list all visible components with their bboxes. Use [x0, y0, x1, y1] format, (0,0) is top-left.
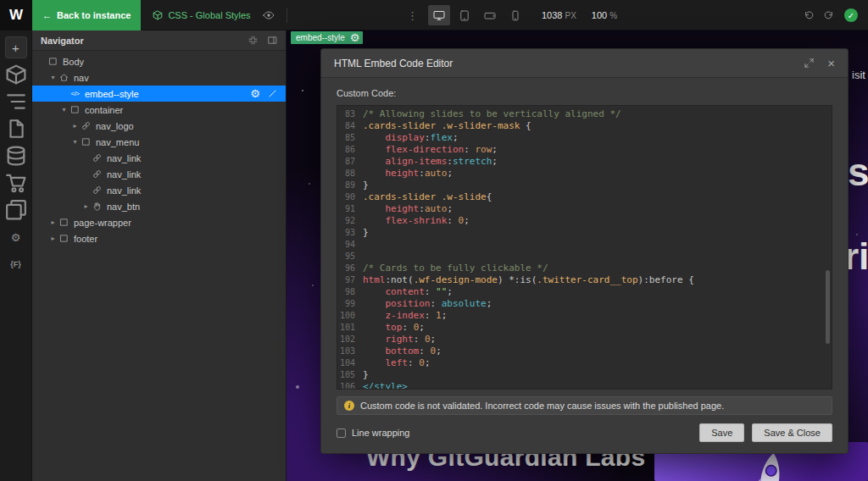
topbar-divider — [287, 8, 287, 23]
embed-icon: </> — [69, 91, 81, 97]
tree-item-actions: ⚙ — [250, 88, 286, 99]
assets-icon[interactable] — [5, 199, 27, 221]
line-number: 96 — [337, 263, 363, 274]
tree-item-nav_link[interactable]: nav_link — [32, 182, 286, 198]
tree-expand-icon[interactable]: ▾ — [59, 106, 69, 113]
tree-item-nav[interactable]: ▾nav — [32, 69, 286, 86]
apps-icon[interactable]: {F} — [5, 253, 27, 275]
canvas-width-indicator[interactable]: 1038PX — [542, 10, 576, 20]
selected-element-tag[interactable]: embed--style ⚙ — [291, 31, 363, 44]
code-content: html:not(.wf-design-mode) *:is(.twitter-… — [363, 274, 832, 286]
code-line: 100 z-index: 1; — [337, 310, 832, 322]
pages-icon[interactable] — [5, 118, 27, 140]
close-icon[interactable]: × — [827, 57, 835, 69]
tree-item-embed--style[interactable]: </>embed--style⚙ — [32, 86, 286, 102]
tree-item-page-wrapper[interactable]: ▸page-wrapper — [32, 214, 286, 230]
validation-warning-text: Custom code is not validated. Incorrect … — [360, 401, 724, 411]
tree-expand-icon[interactable]: ▸ — [81, 202, 91, 210]
cms-icon[interactable] — [5, 145, 27, 167]
tree-item-label: page-wrapper — [74, 218, 131, 228]
modal-title: HTML Embed Code Editor — [334, 58, 791, 69]
custom-code-label: Custom Code: — [337, 88, 832, 98]
save-button[interactable]: Save — [699, 423, 744, 442]
preview-eye-icon[interactable] — [263, 11, 275, 19]
line-wrapping-checkbox[interactable] — [337, 428, 346, 438]
tree-item-Body[interactable]: Body — [32, 53, 286, 69]
code-content: position: absolute; — [363, 298, 832, 310]
publish-check-icon[interactable]: ✓ — [844, 8, 858, 22]
editor-scrollbar[interactable] — [826, 270, 830, 344]
line-number: 84 — [337, 120, 363, 132]
zoom-indicator[interactable]: 100% — [592, 10, 617, 20]
tree-item-nav_link[interactable]: nav_link — [32, 166, 286, 182]
components-icon[interactable] — [5, 64, 27, 86]
code-line: 98 content: ""; — [337, 286, 832, 298]
tree-item-nav_logo[interactable]: ▸nav_logo — [32, 118, 286, 134]
code-line: 89} — [337, 180, 832, 191]
code-content: /* Allowing slides to be vertically alig… — [363, 108, 832, 120]
link-icon — [80, 121, 92, 130]
no-styles-icon[interactable] — [268, 89, 277, 98]
webflow-logo[interactable]: W — [0, 0, 32, 30]
tree-expand-icon[interactable]: ▾ — [48, 74, 58, 81]
code-line: 99 position: absolute; — [337, 298, 832, 310]
ecommerce-icon[interactable] — [5, 172, 27, 194]
tree-item-nav_link[interactable]: nav_link — [32, 150, 286, 166]
tree-expand-icon[interactable]: ▸ — [70, 122, 80, 130]
breakpoint-buttons — [428, 5, 526, 25]
undo-icon[interactable] — [804, 10, 814, 20]
code-content: .cards-slider .w-slider-mask { — [363, 120, 832, 132]
canvas-width-value: 1038 — [542, 10, 562, 20]
collapse-all-icon[interactable] — [248, 36, 258, 45]
code-content: content: ""; — [363, 286, 832, 298]
line-number: 85 — [337, 132, 363, 144]
panel-toggle-icon[interactable] — [268, 36, 277, 45]
modal-header: HTML Embed Code Editor × — [321, 49, 848, 78]
settings-icon[interactable]: ⚙ — [5, 226, 27, 248]
code-line: 106</style> — [337, 381, 832, 390]
code-line: 104 left: 0; — [337, 357, 832, 369]
tree-expand-icon[interactable]: ▾ — [70, 138, 80, 146]
code-editor[interactable]: 83/* Allowing slides to be vertically al… — [337, 105, 832, 390]
line-number: 101 — [337, 322, 363, 334]
box-icon — [47, 57, 59, 66]
global-styles-breadcrumb[interactable]: CSS - Global Styles — [153, 10, 250, 20]
back-to-instance-button[interactable]: ← Back to instance — [32, 0, 141, 30]
tree-expand-icon[interactable]: ▸ — [48, 218, 58, 226]
code-content: z-index: 1; — [363, 310, 832, 322]
line-number: 104 — [337, 357, 363, 369]
breakpoint-monitor-button[interactable] — [428, 5, 450, 25]
line-number: 94 — [337, 239, 363, 251]
info-icon: i — [344, 401, 354, 411]
tree-expand-icon[interactable]: ▸ — [48, 235, 58, 242]
tree-item-label: nav_menu — [96, 137, 139, 147]
add-icon[interactable]: + — [5, 36, 27, 58]
box-icon — [58, 218, 70, 227]
tree-item-container[interactable]: ▾container — [32, 102, 286, 118]
more-options-icon[interactable]: ⋮ — [407, 8, 418, 23]
code-content — [363, 251, 832, 263]
redo-icon[interactable] — [824, 10, 834, 20]
expand-modal-icon[interactable] — [804, 57, 814, 69]
tree-item-footer[interactable]: ▸footer — [32, 230, 286, 246]
settings-icon[interactable]: ⚙ — [250, 88, 260, 99]
topbar: W ← Back to instance CSS - Global Styles… — [0, 0, 868, 30]
tree-item-nav_menu[interactable]: ▾nav_menu — [32, 134, 286, 150]
element-tag-label: embed--style — [296, 33, 345, 42]
line-number: 105 — [337, 369, 363, 381]
breakpoint-tablet-button[interactable] — [453, 5, 476, 25]
home-icon — [58, 73, 70, 82]
save-close-button[interactable]: Save & Close — [752, 423, 832, 442]
back-button-label: Back to instance — [57, 10, 131, 20]
navigator-icon[interactable] — [5, 91, 27, 113]
breakpoint-phone-portrait-button[interactable] — [504, 5, 526, 25]
code-content — [363, 239, 832, 251]
breakpoint-phone-landscape-button[interactable] — [479, 5, 501, 25]
code-line: 97html:not(.wf-design-mode) *:is(.twitte… — [337, 274, 832, 286]
zoom-unit: % — [609, 11, 617, 20]
code-content: left: 0; — [363, 357, 832, 369]
starfield-decoration — [287, 30, 288, 32]
element-settings-icon[interactable]: ⚙ — [350, 32, 360, 43]
tree-item-nav_btn[interactable]: ▸nav_btn — [32, 198, 286, 214]
code-content: flex-direction: row; — [363, 144, 832, 156]
